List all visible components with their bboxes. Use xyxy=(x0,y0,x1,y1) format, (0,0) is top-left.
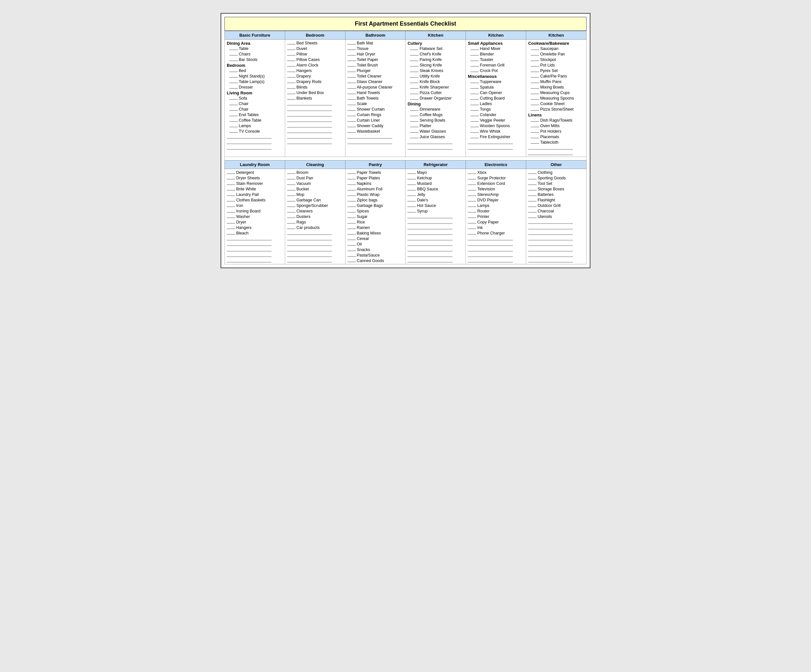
blank-item xyxy=(226,241,284,247)
list-item: Tongs xyxy=(467,106,525,112)
list-item: Shower Curtain xyxy=(346,106,405,112)
bottom-header-5: Electronics xyxy=(466,161,526,169)
list-item: Ironing Board xyxy=(226,208,284,214)
list-item: Detergent xyxy=(226,170,284,175)
blank-item xyxy=(527,236,585,241)
list-item: Muffin Pans xyxy=(527,79,585,84)
bottom-header-2: Cleaning xyxy=(285,161,345,169)
list-item: Washer xyxy=(226,214,284,219)
blank-item xyxy=(286,112,344,117)
list-item: Paring Knife xyxy=(406,57,465,62)
list-item: TV Console xyxy=(226,129,284,134)
blank-item xyxy=(286,258,344,263)
list-item: Chairs xyxy=(226,51,284,57)
list-item: Pyrex Set xyxy=(527,68,585,73)
group-header-dining: Dining Area xyxy=(226,40,284,46)
bottom-header-3: Pantry xyxy=(345,161,406,169)
list-item: Hangers xyxy=(226,225,284,230)
list-item: Curtain Rings xyxy=(346,112,405,117)
list-item: Tupperware xyxy=(467,79,525,84)
list-item: Toilet Cleaner xyxy=(346,73,405,79)
list-item: Coffee Table xyxy=(226,117,284,123)
list-item: Wastebasket xyxy=(346,129,405,134)
list-item: Pizza Stone/Sheet xyxy=(527,106,585,112)
blank-item xyxy=(286,129,344,134)
list-item: Television xyxy=(467,186,525,192)
group-header-living: Living Room xyxy=(226,90,284,95)
list-item: Charcoal xyxy=(527,208,585,214)
blank-item xyxy=(527,145,585,151)
list-item: Night Stand(s) xyxy=(226,73,284,79)
list-item: BBQ Sauce xyxy=(406,186,465,192)
list-item: End Tables xyxy=(226,112,284,117)
blank-item xyxy=(286,139,344,145)
list-item: Scale xyxy=(346,101,405,106)
list-item: Ziploc bags xyxy=(346,197,405,203)
col6-kitchen-cookware: Cookware/Bakeware Saucepan Omelette Pan … xyxy=(526,39,587,157)
list-item: Shower Caddy xyxy=(346,123,405,129)
list-item: Cake/Pie Pans xyxy=(527,73,585,79)
blank-item xyxy=(406,145,465,151)
list-item: Mop xyxy=(286,192,344,197)
list-item: Spatula xyxy=(467,84,525,90)
sub-header-misc: Miscellaneous xyxy=(467,73,525,79)
list-item: Utensils xyxy=(527,214,585,219)
list-item: Pillow xyxy=(286,51,344,57)
blank-item xyxy=(527,247,585,252)
list-item: Mixing Bowls xyxy=(527,84,585,90)
blank-item xyxy=(286,247,344,252)
list-item: Toilet Paper xyxy=(346,57,405,62)
blank-item xyxy=(406,241,465,247)
list-item: Bed Sheets xyxy=(286,40,344,46)
list-item: Outdoor Grill xyxy=(527,203,585,208)
blank-item xyxy=(286,106,344,112)
list-item: Surge Protector xyxy=(467,175,525,181)
blank-item xyxy=(467,252,525,258)
list-item: Knife Sharpener xyxy=(406,84,465,90)
list-item: Wooden Spoons xyxy=(467,123,525,129)
col2-cleaning: Broom Dust Pan Vacuum Bucket Mop Garbage… xyxy=(285,169,345,264)
blank-item xyxy=(346,139,405,145)
col3-pantry: Paper Towels Paper Plates Napkins Alumin… xyxy=(345,169,406,264)
sub-header-cookware: Cookware/Bakeware xyxy=(527,40,585,46)
list-item: Ketchup xyxy=(406,175,465,181)
top-header-6: Kitchen xyxy=(526,31,587,39)
list-item: Saucepan xyxy=(527,46,585,51)
col4-kitchen-cutlery: Cutlery Flatware Set Chef's Knife Paring… xyxy=(406,39,466,157)
list-item: Rice xyxy=(346,219,405,225)
list-item: Xbox xyxy=(467,170,525,175)
blank-item xyxy=(286,241,344,247)
blank-item xyxy=(226,247,284,252)
blank-item xyxy=(286,236,344,241)
sub-header-small-appliances: Small Appliances xyxy=(467,40,525,46)
list-item: Pasta/Sauce xyxy=(346,252,405,258)
list-item: Baking Mixes xyxy=(346,230,405,236)
list-item: Storage Boxes xyxy=(527,186,585,192)
list-item: Brite White xyxy=(226,186,284,192)
blank-item xyxy=(527,252,585,258)
list-item: Ladles xyxy=(467,101,525,106)
list-item: Oil xyxy=(346,241,405,247)
blank-item xyxy=(226,139,284,145)
blank-item xyxy=(406,252,465,258)
list-item: Serving Bowls xyxy=(406,117,465,123)
blank-item xyxy=(226,134,284,139)
list-item: Can Opener xyxy=(467,90,525,95)
list-item: Wire Whisk xyxy=(467,129,525,134)
list-item: Blinds xyxy=(286,84,344,90)
blank-item xyxy=(406,258,465,263)
col4-refrigerator: Mayo Ketchup Mustard BBQ Sauce Jelly Dal… xyxy=(406,169,466,264)
list-item: Dale's xyxy=(406,197,465,203)
list-item: Cutting Board xyxy=(467,95,525,101)
list-item: Garbage Can xyxy=(286,197,344,203)
list-item: Clothes Baskets xyxy=(226,197,284,203)
list-item: Knife Block xyxy=(406,79,465,84)
sub-header-linens: Linens xyxy=(527,112,585,117)
blank-item xyxy=(467,258,525,263)
group-header-bedroom: Bedroom xyxy=(226,62,284,68)
list-item: Stockpot xyxy=(527,57,585,62)
list-item: Foreman Grill xyxy=(467,62,525,68)
blank-item xyxy=(527,258,585,263)
list-item: Duvet xyxy=(286,46,344,51)
list-item: Curtain Liner xyxy=(346,117,405,123)
